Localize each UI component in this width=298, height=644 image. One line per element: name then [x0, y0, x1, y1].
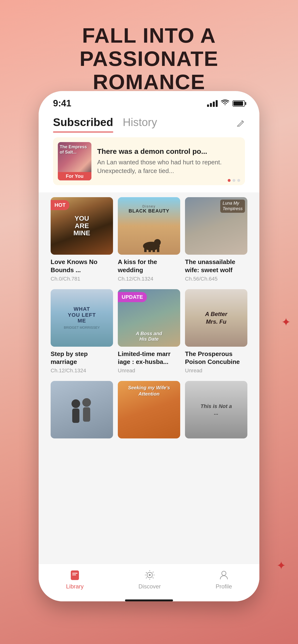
featured-info: There was a demon control po... An Lan w… — [97, 147, 240, 176]
featured-cover: The Empress of Salt... For You — [58, 142, 91, 180]
tabs: Subscribed History — [53, 116, 157, 132]
nav-label-library: Library — [66, 583, 83, 590]
svg-point-8 — [82, 398, 91, 407]
book-title: Love Knows No Bounds ... — [51, 258, 113, 274]
books-grid: HOT YOUAREMINE Love Knows No Bounds ... … — [51, 197, 247, 442]
book-title: A kiss for the wedding — [118, 258, 180, 274]
svg-point-1 — [154, 239, 161, 246]
status-bar: 9:41 — [39, 91, 259, 111]
svg-rect-9 — [83, 407, 90, 422]
book-item[interactable]: Luna MyTemptress The unassailable wife: … — [185, 197, 247, 282]
tab-history[interactable]: History — [123, 116, 157, 132]
svg-point-6 — [72, 400, 80, 408]
book-cover: UPDATE A Boss andHis Date — [118, 289, 180, 347]
book-item[interactable]: UPDATE A Boss andHis Date Limited-time m… — [118, 289, 180, 374]
book-item[interactable]: A BetterMrs. Fu The Prosperous Poison Co… — [185, 289, 247, 374]
book-item[interactable]: HOT YOUAREMINE Love Knows No Bounds ... … — [51, 197, 113, 282]
status-time: 9:41 — [53, 98, 71, 108]
svg-rect-11 — [72, 573, 77, 574]
featured-dots — [228, 179, 240, 182]
svg-rect-5 — [157, 247, 159, 252]
hero-title: FALL INTO A PASSIONATE ROMANCE — [0, 24, 298, 94]
book-cover: Disney BLACK BEAUTY — [118, 197, 180, 255]
svg-rect-4 — [153, 248, 155, 252]
book-cover: Seeking my Wife'sAttention — [118, 381, 180, 438]
library-icon — [69, 569, 81, 581]
book-cover — [51, 381, 113, 438]
book-item[interactable]: WHATYOU LEFTME BRIDGET MORRISSEY Step by… — [51, 289, 113, 374]
book-cover: WHATYOU LEFTME BRIDGET MORRISSEY — [51, 289, 113, 347]
featured-card[interactable]: The Empress of Salt... For You There was… — [53, 137, 245, 185]
svg-rect-2 — [144, 247, 146, 252]
featured-title: There was a demon control po... — [97, 147, 240, 156]
book-title: Step by step marriage — [51, 350, 113, 366]
sparkle-icon-1: ✦ — [281, 315, 291, 329]
edit-icon[interactable] — [236, 118, 245, 130]
book-progress: Ch.0/Ch.781 — [51, 276, 113, 282]
home-indicator — [125, 600, 173, 601]
book-progress: Unread — [118, 368, 180, 374]
nav-label-discover: Discover — [138, 583, 161, 590]
signal-icon — [207, 100, 218, 107]
header: Subscribed History — [39, 111, 259, 132]
book-progress: Ch.12/Ch.1324 — [51, 368, 113, 374]
featured-badge: For You — [58, 172, 91, 180]
featured-description: An Lan wanted those who had hurt to repe… — [97, 158, 240, 176]
profile-icon — [218, 569, 230, 581]
book-title: Limited-time marr iage : ex-husba... — [118, 350, 180, 366]
discover-icon — [143, 569, 156, 581]
svg-rect-12 — [72, 574, 76, 575]
nav-item-library[interactable]: Library — [66, 569, 83, 590]
phone-frame: 9:41 — [39, 91, 259, 601]
svg-point-13 — [149, 574, 151, 576]
book-progress: Unread — [185, 368, 247, 374]
book-cover: Luna MyTemptress — [185, 197, 247, 255]
book-cover: This is Not a... — [185, 381, 247, 438]
book-item[interactable]: This is Not a... — [185, 381, 247, 442]
book-item[interactable] — [51, 381, 113, 442]
status-icons — [207, 100, 245, 107]
phone-wrapper: 9:41 — [39, 91, 259, 601]
book-title: The unassailable wife: sweet wolf — [185, 258, 247, 274]
svg-rect-3 — [148, 248, 151, 252]
book-item[interactable]: Disney BLACK BEAUTY — [118, 197, 180, 282]
book-cover: HOT YOUAREMINE — [51, 197, 113, 255]
book-progress: Ch.12/Ch.1324 — [118, 276, 180, 282]
battery-icon — [232, 100, 245, 106]
book-badge-update: UPDATE — [118, 292, 147, 302]
book-badge-hot: HOT — [51, 200, 69, 210]
wifi-icon — [221, 100, 229, 107]
nav-label-profile: Profile — [216, 583, 232, 590]
phone-inner: 9:41 — [39, 91, 259, 601]
featured-section: The Empress of Salt... For You There was… — [39, 132, 259, 192]
nav-item-profile[interactable]: Profile — [216, 569, 232, 590]
hero-title-text: FALL INTO A PASSIONATE ROMANCE — [14, 24, 284, 94]
sparkle-icon-2: ✦ — [276, 559, 286, 572]
book-item[interactable]: Seeking my Wife'sAttention — [118, 381, 180, 442]
tab-subscribed[interactable]: Subscribed — [53, 116, 113, 132]
svg-rect-7 — [72, 408, 79, 423]
book-cover: A BetterMrs. Fu — [185, 289, 247, 347]
book-title: The Prosperous Poison Concubine — [185, 350, 247, 366]
nav-item-discover[interactable]: Discover — [138, 569, 161, 590]
books-section: HOT YOUAREMINE Love Knows No Bounds ... … — [39, 192, 259, 564]
book-progress: Ch.56/Ch.645 — [185, 276, 247, 282]
bottom-nav: Library Discover — [39, 564, 259, 597]
svg-point-14 — [222, 571, 226, 576]
